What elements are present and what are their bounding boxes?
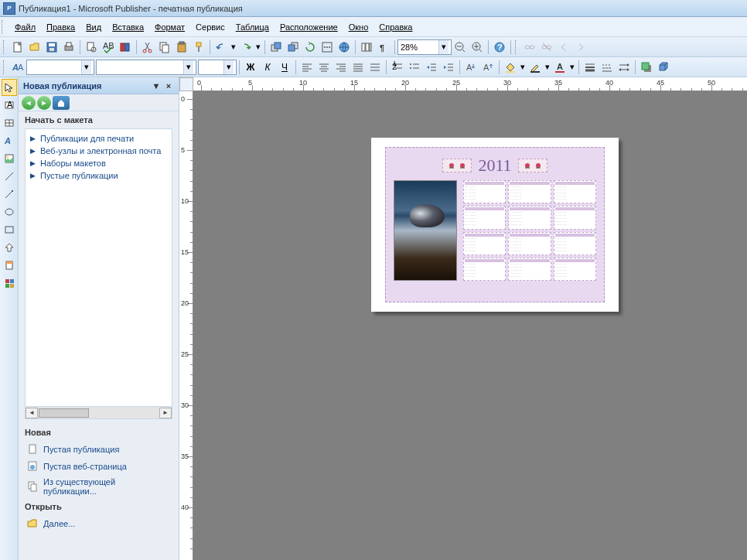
italic-button[interactable]: К: [259, 59, 276, 76]
canvas[interactable]: 2011 · · · · · · ·· · · · · · ·· · · · ·…: [193, 91, 747, 560]
fill-color-dropdown[interactable]: ▾: [519, 59, 527, 76]
unlink-button[interactable]: [538, 39, 555, 56]
align-center-button[interactable]: [316, 59, 333, 76]
next-textbox-button[interactable]: [572, 39, 589, 56]
menu-service[interactable]: Сервис: [190, 20, 230, 34]
style-combo[interactable]: ▾: [26, 60, 94, 75]
ruler-corner[interactable]: [179, 77, 193, 91]
bullet-list-button[interactable]: [406, 59, 423, 76]
textbox-tool[interactable]: A: [2, 97, 17, 114]
zoom-combo[interactable]: 28%▾: [397, 39, 452, 55]
help-button[interactable]: ?: [491, 39, 508, 56]
menu-window[interactable]: Окно: [343, 20, 374, 34]
wordart-tool[interactable]: A: [2, 132, 17, 149]
line-color-button[interactable]: [527, 59, 544, 76]
line-tool[interactable]: [2, 168, 17, 185]
rectangle-tool[interactable]: [2, 221, 17, 238]
nav-back-button[interactable]: ◄: [22, 96, 36, 110]
toolbar-grip[interactable]: [3, 40, 8, 54]
design-gallery-tool[interactable]: [2, 275, 17, 292]
toolbar-grip-2[interactable]: [515, 40, 520, 54]
copy-button[interactable]: [156, 39, 173, 56]
webpage-preview-button[interactable]: [336, 39, 353, 56]
fill-color-button[interactable]: [502, 59, 519, 76]
increase-font-button[interactable]: A: [479, 59, 496, 76]
menu-edit[interactable]: Правка: [41, 20, 80, 34]
font-color-dropdown[interactable]: ▾: [568, 59, 576, 76]
taskpane-dropdown[interactable]: ▼: [151, 81, 162, 90]
columns-button[interactable]: [358, 39, 375, 56]
undo-button[interactable]: [213, 39, 230, 56]
font-color-button[interactable]: A: [551, 59, 568, 76]
increase-indent-button[interactable]: [440, 59, 457, 76]
menu-help[interactable]: Справка: [374, 20, 418, 34]
menu-table[interactable]: Таблица: [230, 20, 275, 34]
template-item-sets[interactable]: ▶Наборы макетов: [26, 157, 172, 169]
link-blank-pub[interactable]: Пустая публикация: [19, 441, 179, 458]
menubar-grip[interactable]: [2, 20, 6, 34]
cut-button[interactable]: [139, 39, 156, 56]
fmt-grip[interactable]: [3, 60, 8, 74]
menu-format[interactable]: Формат: [149, 20, 190, 34]
autoshapes-tool[interactable]: [2, 239, 17, 256]
hscroll-thumb[interactable]: [39, 408, 89, 418]
template-item-web[interactable]: ▶Веб-узлы и электронная почта: [26, 145, 172, 157]
paragraph-mark-button[interactable]: ¶: [375, 39, 392, 56]
research-button[interactable]: [117, 39, 134, 56]
shadow-button[interactable]: [638, 59, 655, 76]
select-tool[interactable]: [2, 79, 17, 96]
print-preview-button[interactable]: [83, 39, 100, 56]
dash-style-button[interactable]: [599, 59, 616, 76]
arrow-tool[interactable]: [2, 186, 17, 203]
menu-insert[interactable]: Вставка: [107, 20, 149, 34]
print-button[interactable]: [60, 39, 77, 56]
spellcheck-button[interactable]: ABC: [100, 39, 117, 56]
new-button[interactable]: [9, 39, 26, 56]
bold-button[interactable]: Ж: [242, 59, 259, 76]
link-more[interactable]: Далее...: [19, 515, 179, 532]
styles-button[interactable]: AA: [9, 59, 26, 76]
redo-dropdown[interactable]: ▾: [254, 39, 262, 56]
align-justify-button[interactable]: [350, 59, 367, 76]
oval-tool[interactable]: [2, 203, 17, 220]
bookmark-tool[interactable]: [2, 257, 17, 274]
align-right-button[interactable]: [333, 59, 350, 76]
arrow-style-button[interactable]: [616, 59, 633, 76]
template-item-print[interactable]: ▶Публикации для печати: [26, 132, 172, 145]
prev-textbox-button[interactable]: [555, 39, 572, 56]
redo-button[interactable]: [237, 39, 254, 56]
horizontal-ruler[interactable]: 05101520253035404550: [193, 77, 747, 91]
zoom-out-button[interactable]: [452, 39, 469, 56]
special-chars-button[interactable]: [319, 39, 336, 56]
zoom-in-button[interactable]: [469, 39, 486, 56]
bring-forward-button[interactable]: [268, 39, 285, 56]
line-style-button[interactable]: [582, 59, 599, 76]
rotate-button[interactable]: [302, 39, 319, 56]
taskpane-close[interactable]: ×: [163, 81, 174, 90]
decrease-font-button[interactable]: A: [462, 59, 479, 76]
nav-forward-button[interactable]: ►: [37, 96, 51, 110]
nav-home-button[interactable]: [53, 96, 70, 110]
numbered-list-button[interactable]: 12: [389, 59, 406, 76]
open-button[interactable]: [26, 39, 43, 56]
format-painter-button[interactable]: [190, 39, 207, 56]
fontsize-combo[interactable]: ▾: [198, 60, 237, 75]
publication-page[interactable]: 2011 · · · · · · ·· · · · · · ·· · · · ·…: [371, 138, 619, 312]
picture-frame-tool[interactable]: [2, 150, 17, 167]
menu-arrange[interactable]: Расположение: [275, 20, 343, 34]
send-backward-button[interactable]: [285, 39, 302, 56]
link-from-existing[interactable]: Из существующей публикации...: [19, 475, 179, 498]
hscroll-left[interactable]: ◄: [26, 408, 38, 418]
menu-view[interactable]: Вид: [80, 20, 107, 34]
line-color-dropdown[interactable]: ▾: [544, 59, 551, 76]
font-combo[interactable]: ▾: [96, 60, 196, 75]
link-button[interactable]: [521, 39, 538, 56]
3d-button[interactable]: [655, 59, 672, 76]
distribute-button[interactable]: [367, 59, 384, 76]
vertical-ruler[interactable]: 0510152025303540: [179, 91, 193, 560]
decrease-indent-button[interactable]: [423, 59, 440, 76]
undo-dropdown[interactable]: ▾: [230, 39, 237, 56]
align-left-button[interactable]: [298, 59, 316, 76]
paste-button[interactable]: [173, 39, 190, 56]
underline-button[interactable]: Ч: [276, 59, 293, 76]
